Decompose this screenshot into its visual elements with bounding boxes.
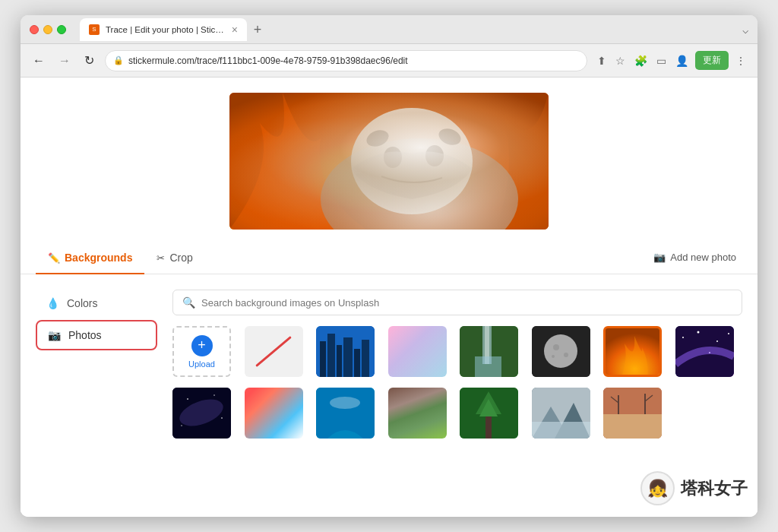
- address-bar-input[interactable]: 🔒 stickermule.com/trace/f111bbc1-009e-4e…: [105, 50, 587, 71]
- no-background-cell[interactable]: [245, 326, 303, 377]
- colors-icon: 💧: [46, 297, 59, 309]
- photo-cell-fire-selected[interactable]: [603, 326, 662, 377]
- svg-point-21: [564, 353, 568, 357]
- svg-rect-13: [362, 340, 369, 377]
- photo-cell-colorful[interactable]: [245, 388, 303, 439]
- browser-toolbar: ⬆ ☆ 🧩 ▭ 👤 更新 ⋮: [595, 51, 748, 70]
- photo-cell-waterfall[interactable]: [460, 326, 518, 377]
- right-panel: 🔍 + Upload: [172, 290, 742, 502]
- backgrounds-tab-icon: ✏️: [48, 252, 60, 264]
- address-text: stickermule.com/trace/f111bbc1-009e-4e78…: [128, 55, 408, 66]
- photo-cell-mountains[interactable]: [532, 388, 590, 439]
- menu-icon[interactable]: ⋮: [733, 52, 748, 69]
- svg-point-34: [221, 417, 223, 419]
- more-icon[interactable]: ⌵: [742, 24, 748, 36]
- svg-point-20: [553, 344, 559, 350]
- panel-item-colors[interactable]: 💧 Colors: [36, 290, 157, 317]
- remove-line: [255, 336, 292, 367]
- close-button[interactable]: [30, 25, 39, 34]
- svg-point-3: [384, 147, 402, 168]
- photo-cell-moon[interactable]: [532, 326, 590, 377]
- watermark-avatar-icon: 👧: [647, 479, 668, 499]
- left-panel: 💧 Colors 📷 Photos: [36, 290, 157, 502]
- svg-point-4: [425, 145, 444, 166]
- photo-cell-galaxy[interactable]: [172, 388, 231, 439]
- tab-crop[interactable]: ✂ Crop: [144, 241, 204, 274]
- svg-point-2: [351, 108, 473, 214]
- svg-point-35: [181, 425, 182, 426]
- update-button[interactable]: 更新: [695, 51, 729, 70]
- photo-cell-city[interactable]: [316, 326, 375, 377]
- content-area: ✏️ Backgrounds ✂ Crop 📷 Add new photo 💧 …: [21, 78, 757, 517]
- watermark-avatar: 👧: [640, 471, 675, 505]
- svg-rect-10: [337, 345, 342, 377]
- back-button[interactable]: ←: [30, 51, 48, 71]
- svg-point-37: [330, 397, 360, 409]
- forest-thumbnail: [460, 388, 518, 439]
- svg-point-22: [552, 355, 555, 358]
- svg-rect-17: [475, 356, 501, 377]
- maximize-button[interactable]: [57, 25, 66, 34]
- active-tab[interactable]: S Trace | Edit your photo | Stick... ×: [80, 18, 247, 41]
- editor-tabs: ✏️ Backgrounds ✂ Crop 📷 Add new photo: [21, 241, 757, 274]
- svg-rect-0: [229, 93, 549, 230]
- address-bar: ← → ↻ 🔒 stickermule.com/trace/f111bbc1-0…: [21, 44, 757, 78]
- panel-item-photos[interactable]: 📷 Photos: [36, 320, 157, 350]
- photo-cell-ocean[interactable]: [316, 388, 375, 439]
- photos-label: Photos: [68, 329, 102, 341]
- share-icon[interactable]: ⬆: [595, 52, 609, 69]
- cat-svg: [229, 93, 549, 230]
- svg-point-32: [187, 398, 188, 400]
- stars-thumbnail: [675, 326, 734, 377]
- svg-rect-45: [532, 422, 590, 439]
- forward-button[interactable]: →: [55, 51, 74, 71]
- cat-image: [229, 93, 549, 230]
- add-photo-label: Add new photo: [670, 252, 736, 263]
- extensions-icon[interactable]: 🧩: [632, 52, 650, 69]
- tab-title: Trace | Edit your photo | Stick...: [106, 25, 226, 34]
- add-new-photo-button[interactable]: 📷 Add new photo: [647, 245, 742, 269]
- photo-grid-row1: + Upload: [172, 326, 742, 377]
- svg-rect-41: [485, 416, 492, 439]
- photo-cell-pink[interactable]: [388, 326, 447, 377]
- search-bar[interactable]: 🔍: [172, 290, 742, 315]
- add-photo-icon: 📷: [653, 252, 666, 263]
- minimize-button[interactable]: [43, 25, 52, 34]
- browser-window: S Trace | Edit your photo | Stick... × +…: [21, 15, 757, 517]
- svg-rect-9: [327, 334, 335, 377]
- profile-icon[interactable]: 👤: [673, 52, 691, 69]
- cast-icon[interactable]: ▭: [654, 52, 669, 69]
- fire-thumbnail: [606, 328, 662, 377]
- ocean-thumbnail: [316, 388, 375, 439]
- title-bar: S Trace | Edit your photo | Stick... × +…: [21, 15, 757, 44]
- svg-rect-47: [603, 414, 662, 439]
- lock-icon: 🔒: [113, 55, 124, 65]
- search-input[interactable]: [201, 297, 732, 309]
- photo-cell-stars[interactable]: [675, 326, 734, 377]
- svg-point-5: [364, 127, 391, 149]
- bookmark-icon[interactable]: ☆: [613, 52, 628, 69]
- image-preview: [21, 78, 757, 241]
- crop-tab-label: Crop: [169, 252, 192, 264]
- mountains-thumbnail: [532, 388, 590, 439]
- svg-rect-8: [320, 341, 326, 377]
- galaxy-thumbnail: [172, 388, 231, 439]
- tab-favicon: S: [89, 24, 100, 35]
- refresh-button[interactable]: ↻: [81, 50, 97, 71]
- new-tab-button[interactable]: +: [247, 20, 268, 41]
- photo-cell-nature[interactable]: [388, 388, 447, 439]
- photo-cell-forest[interactable]: [460, 388, 518, 439]
- traffic-lights: [30, 25, 66, 34]
- svg-point-26: [697, 331, 699, 334]
- moon-thumbnail: [532, 326, 590, 377]
- svg-point-28: [728, 333, 729, 334]
- tabs-area: S Trace | Edit your photo | Stick... × +: [80, 18, 736, 41]
- photo-cell-desert[interactable]: [603, 388, 662, 439]
- crop-tab-icon: ✂: [157, 252, 165, 264]
- upload-plus-icon: +: [191, 335, 213, 356]
- tab-close-icon[interactable]: ×: [232, 24, 238, 35]
- upload-cell[interactable]: + Upload: [172, 326, 231, 377]
- tab-backgrounds[interactable]: ✏️ Backgrounds: [36, 241, 144, 274]
- watermark: 👧 塔科女子: [640, 471, 748, 505]
- photos-icon: 📷: [48, 329, 61, 341]
